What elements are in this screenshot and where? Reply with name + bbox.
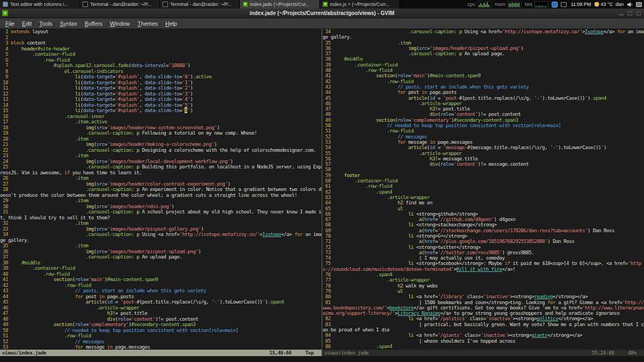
statusline-inactive[interactable]: views/index.jade 55,24-48 48% [323,350,644,356]
window-title: index.jade (~/Projects/Current/abstractg… [250,10,394,16]
clipboard-icon[interactable] [551,1,558,8]
net-graph[interactable] [535,1,548,8]
taskbar-item-terminal-1[interactable]: Terminal - dan@raider: ~/P... [80,0,160,9]
menu-tools[interactable]: Tools [35,19,56,28]
net-monitor-label: Net [524,2,532,7]
code-line[interactable]: 53 for message in page.messages [0,344,321,350]
volume-icon[interactable] [626,1,633,8]
taskbar-item-label: Terminal - dan@raider: ~/P... [90,2,151,7]
gvim-window-icon: V [2,10,8,16]
code-line[interactable]: 1 extends layout [0,29,321,35]
status-filename: views/index.jade [325,350,369,356]
code-line[interactable]: 2 [0,35,321,41]
cursor-position: 15,48-66 [269,350,291,356]
gvim-icon: V [243,2,248,7]
terminal-icon [163,2,168,7]
taskbar-item-label: index.jade (~/Projects/Cur... [250,2,310,7]
close-button[interactable] [636,11,641,16]
display-icon[interactable] [560,1,567,8]
code-line[interactable]: 34 .carousel-caption: p Using <a href='h… [0,232,321,243]
window-controls [619,11,641,16]
system-tray: cpu mem Net 11:09 PM 43 °C dan [465,0,644,9]
mem-monitor-label: mem [494,2,505,7]
maximize-button[interactable] [628,11,632,16]
text-editor-icon [3,2,8,7]
code-line[interactable]: 81 | 1500 bookmarks and coun</strong>tin… [323,300,644,316]
menu-buffers[interactable]: Buffers [81,19,106,28]
taskbar-item-gvim-2[interactable]: V index.js + (~/Projects/Curr... [320,0,400,9]
menu-file[interactable]: File [2,19,18,28]
taskbar-item-label: Terminal - dan@raider: ~/P... [170,2,231,7]
code-line[interactable]: 58 [323,167,644,172]
weather-widget[interactable]: 43 °C [595,2,613,7]
menu-syntax[interactable]: Syntax [56,19,81,28]
code-line[interactable]: 37 .carousel-caption: p An upload page. [323,51,644,56]
status-filename: views/index.jade [2,350,46,356]
cpu-monitor-label: cpu [467,2,475,7]
code-area-left[interactable]: 1 extends layout 2 3 block content 4 hea… [0,29,321,350]
code-area-right[interactable]: 34 .carousel-caption: p Using <a href='h… [323,29,644,350]
temperature-label: 43 °C [601,2,613,7]
mem-graph[interactable] [508,1,522,8]
cpu-graph[interactable] [478,1,492,8]
taskbar-item-label: index.js + (~/Projects/Curr... [330,2,390,7]
menu-edit[interactable]: Edit [18,19,35,28]
vim-command-line[interactable] [0,356,644,362]
left-editor-pane: 1 extends layout 2 3 block content 4 hea… [0,29,321,356]
taskbar-item-label: Text editor with columns i... [10,2,68,7]
panel-clock[interactable]: 11:09 PM [569,2,592,7]
code-line[interactable]: 31 .carousel-caption: p A school project… [0,209,321,220]
code-line[interactable]: 25 .carousel-caption: p Building this po… [0,164,321,175]
taskbar-item-terminal-2[interactable]: Terminal - dan@raider: ~/P... [160,0,240,9]
code-line[interactable]: 75 li <strong>facebook</strong>: Maybe i… [323,261,644,272]
gvim-icon: V [323,2,328,7]
code-line[interactable]: 57 div(role='content')!= message.content [323,161,644,167]
taskbar-item-gvim-active[interactable]: V index.jade (~/Projects/Cur... [240,0,320,9]
menu-themes[interactable]: Themes [134,19,162,28]
code-line[interactable]: 28 .carousel-caption: p An experiment in… [0,187,321,198]
code-line[interactable]: 83 | practical, but basically green. Wan… [323,322,644,333]
desktop-panel: Text editor with columns i... Terminal -… [0,0,644,9]
menu-window[interactable]: Window [106,19,134,28]
tray-app-icon[interactable] [635,1,642,8]
code-line[interactable]: 37 .carousel-caption: p An upload page. [0,254,321,260]
user-label: dan [616,2,624,7]
cursor-position: 55,24-48 [592,350,614,356]
menu-help[interactable]: Help [162,19,181,28]
editor-area: 1 extends layout 2 3 block content 4 hea… [0,29,644,356]
scroll-indicator: 48% [628,350,642,356]
scroll-indicator: Top [305,350,319,356]
terminal-icon [83,2,88,7]
taskbar-item-text-editor[interactable]: Text editor with columns i... [0,0,80,9]
statusline-active[interactable]: views/index.jade 15,48-66 Top [0,350,321,356]
right-editor-pane: 34 .carousel-caption: p Using <a href='h… [323,29,644,356]
code-line[interactable]: 86 .span4 [323,344,644,349]
menu-bar: File Edit Tools Syntax Buffers Window Th… [0,18,644,29]
code-line[interactable]: 34 .carousel-caption: p Using <a href='h… [323,29,644,40]
weather-icon [595,2,599,6]
window-titlebar[interactable]: V index.jade (~/Projects/Current/abstrac… [0,9,644,18]
minimize-button[interactable] [619,14,624,16]
